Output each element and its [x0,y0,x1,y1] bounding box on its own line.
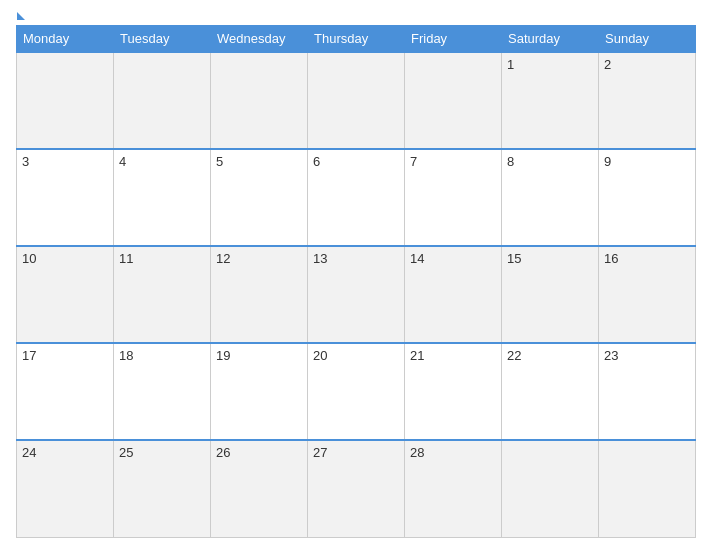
calendar-cell [502,440,599,537]
day-number: 13 [313,251,327,266]
day-number: 16 [604,251,618,266]
calendar-cell [114,52,211,149]
calendar-cell: 20 [308,343,405,440]
calendar-cell: 27 [308,440,405,537]
calendar-cell: 11 [114,246,211,343]
week-row: 12 [17,52,696,149]
day-number: 5 [216,154,223,169]
day-number: 19 [216,348,230,363]
calendar-cell: 9 [599,149,696,246]
logo-triangle-icon [17,12,25,20]
calendar-cell: 23 [599,343,696,440]
calendar-cell: 3 [17,149,114,246]
calendar-cell: 17 [17,343,114,440]
calendar-cell: 1 [502,52,599,149]
calendar-cell [405,52,502,149]
day-number: 11 [119,251,133,266]
calendar-cell: 24 [17,440,114,537]
calendar-cell: 10 [17,246,114,343]
calendar-page: MondayTuesdayWednesdayThursdayFridaySatu… [0,0,712,550]
day-number: 7 [410,154,417,169]
day-number: 8 [507,154,514,169]
day-number: 2 [604,57,611,72]
calendar-cell: 22 [502,343,599,440]
day-number: 21 [410,348,424,363]
calendar-cell: 12 [211,246,308,343]
day-number: 12 [216,251,230,266]
calendar-header [16,12,696,17]
day-number: 24 [22,445,36,460]
week-row: 3456789 [17,149,696,246]
day-number: 28 [410,445,424,460]
day-number: 27 [313,445,327,460]
day-number: 15 [507,251,521,266]
weekday-header-tuesday: Tuesday [114,26,211,53]
calendar-cell: 6 [308,149,405,246]
calendar-cell: 19 [211,343,308,440]
day-number: 17 [22,348,36,363]
day-number: 6 [313,154,320,169]
weekday-header-sunday: Sunday [599,26,696,53]
calendar-cell: 25 [114,440,211,537]
day-number: 4 [119,154,126,169]
day-number: 9 [604,154,611,169]
calendar-cell: 2 [599,52,696,149]
calendar-cell [211,52,308,149]
day-number: 14 [410,251,424,266]
day-number: 22 [507,348,521,363]
logo [16,12,106,17]
weekday-header-row: MondayTuesdayWednesdayThursdayFridaySatu… [17,26,696,53]
weekday-header-monday: Monday [17,26,114,53]
calendar-cell: 21 [405,343,502,440]
calendar-table: MondayTuesdayWednesdayThursdayFridaySatu… [16,25,696,538]
calendar-cell: 18 [114,343,211,440]
day-number: 20 [313,348,327,363]
week-row: 10111213141516 [17,246,696,343]
calendar-cell: 26 [211,440,308,537]
calendar-cell: 5 [211,149,308,246]
day-number: 1 [507,57,514,72]
day-number: 10 [22,251,36,266]
calendar-cell: 14 [405,246,502,343]
weekday-header-saturday: Saturday [502,26,599,53]
weekday-header-friday: Friday [405,26,502,53]
calendar-cell [308,52,405,149]
calendar-cell [599,440,696,537]
week-row: 17181920212223 [17,343,696,440]
calendar-cell: 15 [502,246,599,343]
weekday-header-thursday: Thursday [308,26,405,53]
day-number: 26 [216,445,230,460]
calendar-cell: 16 [599,246,696,343]
calendar-cell: 13 [308,246,405,343]
calendar-cell: 4 [114,149,211,246]
weekday-header-wednesday: Wednesday [211,26,308,53]
calendar-cell: 28 [405,440,502,537]
calendar-cell [17,52,114,149]
day-number: 25 [119,445,133,460]
calendar-cell: 7 [405,149,502,246]
calendar-cell: 8 [502,149,599,246]
day-number: 3 [22,154,29,169]
week-row: 2425262728 [17,440,696,537]
day-number: 18 [119,348,133,363]
day-number: 23 [604,348,618,363]
